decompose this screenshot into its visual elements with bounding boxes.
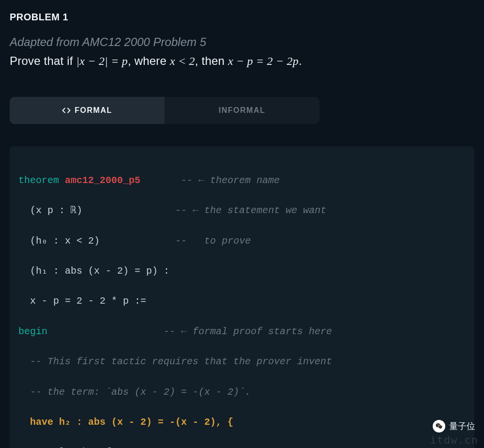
statement-text: , where [128, 54, 170, 67]
watermark: 量子位 [433, 420, 475, 433]
code-line: x - p = 2 - 2 * p := [18, 294, 466, 309]
statement-math: |x − 2| = p [76, 55, 128, 67]
tab-formal-label: FORMAL [75, 106, 112, 115]
code-line: -- This first tactic requires that the p… [18, 354, 466, 369]
tab-informal-label: INFORMAL [219, 106, 265, 115]
pad [140, 175, 181, 186]
code-icon [62, 106, 71, 115]
code-text: (x p : ℝ) [18, 205, 82, 216]
watermark-text: 量子位 [449, 420, 475, 432]
statement-text: Prove that if [10, 54, 76, 67]
problem-label: PROBLEM 1 [10, 12, 474, 23]
tab-formal[interactable]: FORMAL [10, 97, 165, 124]
tab-bar: FORMAL INFORMAL [10, 97, 319, 124]
code-comment: -- ← the statement we want [175, 205, 326, 216]
code-comment: -- the term: `abs (x - 2) = -(x - 2)`. [18, 386, 251, 398]
code-comment: -- This first tactic requires that the p… [18, 356, 332, 367]
pad [100, 235, 175, 247]
code-line: (h₀ : x < 2) -- to prove [18, 233, 466, 248]
pad [82, 205, 175, 216]
code-comment: -- ← theorem name [181, 175, 280, 186]
theorem-name: amc12_2000_p5 [65, 175, 140, 186]
wechat-icon [433, 420, 445, 433]
code-comment: -- ← formal proof starts here [164, 326, 332, 337]
code-highlight: have h₂ : abs (x - 2) = -(x - 2), { [18, 417, 233, 428]
code-block: theorem amc12_2000_p5 -- ← theorem name … [10, 146, 474, 448]
code-line: -- the term: `abs (x - 2) = -(x - 2)`. [18, 385, 466, 400]
statement-text: . [299, 54, 302, 67]
code-line: have h₂ : abs (x - 2) = -(x - 2), { [18, 415, 466, 430]
code-comment: -- to prove [175, 235, 251, 247]
code-line: begin -- ← formal proof starts here [18, 324, 466, 339]
problem-source: Adapted from AMC12 2000 Problem 5 [10, 35, 474, 49]
statement-math: x − p = 2 − 2p [228, 55, 299, 67]
problem-statement: Prove that if |x − 2| = p, where x < 2, … [10, 53, 474, 70]
statement-text: , then [195, 54, 228, 67]
code-line: (x p : ℝ) -- ← the statement we want [18, 203, 466, 218]
code-keyword: theorem [18, 175, 65, 186]
code-line: theorem amc12_2000_p5 -- ← theorem name [18, 173, 466, 188]
tab-informal[interactable]: INFORMAL [165, 97, 319, 124]
faint-domain-text: itdw.cn [430, 434, 478, 446]
code-line: (h₁ : abs (x - 2) = p) : [18, 263, 466, 278]
code-text: (h₁ : abs (x - 2) = p) : [18, 265, 169, 277]
code-text: x - p = 2 - 2 * p := [18, 295, 146, 307]
code-line: apply abs_of_neg, [18, 445, 466, 448]
code-text: (h₀ : x < 2) [18, 235, 100, 247]
pad [47, 326, 164, 337]
statement-math: x < 2 [170, 55, 195, 67]
code-keyword: begin [18, 326, 47, 337]
